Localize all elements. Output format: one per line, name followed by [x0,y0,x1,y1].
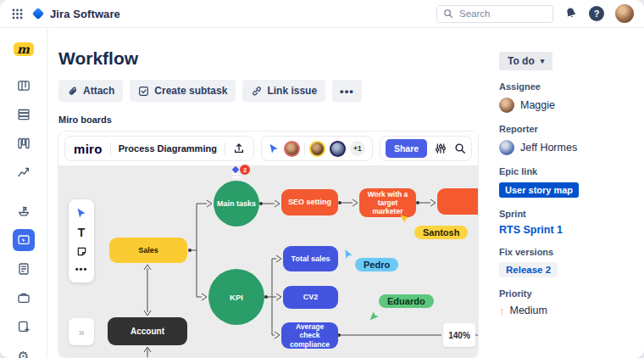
collaborators-group: +1 [261,136,373,161]
add-page-icon[interactable] [13,316,35,338]
help-icon[interactable]: ? [589,6,604,21]
chevron-down-icon: ▾ [541,57,545,65]
sprint-value[interactable]: RTS Sprint 1 [499,224,644,236]
assignee-avatar [499,98,514,113]
board-actions-group: Share [380,136,472,161]
pages-icon[interactable] [13,258,35,280]
link-issue-button[interactable]: Link issue [242,80,325,102]
project-case-icon[interactable] [13,287,35,309]
topbar: Jira Software ? [0,0,644,28]
text-tool[interactable]: T [78,227,86,238]
collaborator-avatar[interactable] [309,141,325,157]
attach-button[interactable]: Attach [58,80,123,102]
canvas-toolbar: T ••• [69,199,94,282]
assignee-value: Maggie [520,99,555,111]
reporter-value: Jeff Hormes [520,142,577,154]
measure-label: 140% [443,323,475,347]
page-title: Workflow [58,48,495,69]
status-dropdown[interactable]: To do ▾ [499,52,552,70]
node-seo-setting[interactable]: SEO setting [281,189,338,215]
sliders-icon[interactable] [435,143,447,154]
reports-icon[interactable] [13,161,35,183]
pedro-cursor-icon [343,249,354,260]
divider [304,143,305,155]
sticky-note-icon[interactable] [76,246,87,257]
divider [110,143,111,155]
collaborator-avatar[interactable] [284,141,300,157]
create-subtask-button[interactable]: Create subtask [130,80,236,102]
search-input[interactable] [458,8,547,20]
priority-label: Priority [499,288,644,299]
node-main-tasks[interactable]: Main tasks [214,181,259,227]
node-sales[interactable]: Sales [109,238,187,263]
link-icon [251,86,262,97]
search-box[interactable] [436,5,553,23]
toolbar-more[interactable]: ••• [75,265,88,274]
main-content: Workflow Attach Create subtask Link issu… [48,28,495,358]
share-button[interactable]: Share [386,139,427,158]
more-actions-button[interactable]: ••• [332,80,362,102]
assignee-label: Assignee [499,81,644,92]
pedro-cursor-label: Pedro [355,258,398,271]
columns-icon[interactable] [13,132,35,154]
board-search-icon[interactable] [454,143,466,154]
reporter-row[interactable]: Jeff Hormes [499,140,644,155]
miro-app-logo[interactable]: m [14,42,34,56]
backlog-icon[interactable] [13,103,35,126]
subtask-check-icon [138,86,149,97]
create-subtask-label: Create subtask [154,85,227,97]
miro-boards-section-label: Miro boards [58,115,495,125]
priority-row: ↑ Medium [499,305,644,316]
priority-value: Medium [510,305,547,316]
status-label: To do [508,55,535,67]
miro-board-header: miro Process Diagramming + [58,131,478,165]
santosh-cursor-icon [400,213,411,224]
fix-version-badge[interactable]: Release 2 [499,262,558,277]
pointer-cursor-icon [269,143,280,154]
reporter-avatar [499,140,514,155]
releases-ship-icon[interactable] [13,200,35,222]
app-title: Jira Software [50,8,120,20]
comment-count: 2 [240,165,250,175]
node-total-sales[interactable]: Total sales [283,246,338,271]
node-cv2[interactable]: CV2 [283,286,338,309]
search-icon [443,8,453,19]
miro-canvas[interactable]: T ••• » Sales Account Main tasks 2 KPI S… [58,165,478,357]
fix-versions-label: Fix versions [499,247,644,257]
node-kpi[interactable]: KPI [208,269,264,325]
collaborator-avatar[interactable] [330,141,346,157]
link-issue-label: Link issue [267,85,317,97]
jira-window: Jira Software ? m [0,0,644,358]
miro-title-group: miro Process Diagramming [64,136,254,161]
select-cursor-icon[interactable] [76,208,87,219]
priority-medium-icon: ↑ [499,305,505,316]
gear-icon[interactable]: ⚙ [13,344,35,358]
miro-board-embed: miro Process Diagramming + [58,131,478,357]
node-account[interactable]: Account [108,317,187,345]
sidebar-nav-bottom: ⚙ [13,193,35,358]
issue-toolbar: Attach Create subtask Link issue ••• [58,80,495,102]
node-orange-offscreen[interactable] [437,188,478,215]
jira-logo [32,8,44,20]
epic-link-badge[interactable]: User story map [499,182,579,198]
santosh-cursor-label: Santosh [414,226,468,239]
collaborator-overflow-badge[interactable]: +1 [350,141,365,156]
sidebar-nav-top [13,56,35,183]
sidebar-item-miro-active[interactable] [13,229,35,251]
paperclip-icon [67,86,78,97]
assignee-row[interactable]: Maggie [499,98,644,113]
app-switcher-icon[interactable] [12,8,23,20]
eduardo-cursor-icon [369,310,380,321]
node-avg-check[interactable]: Average check compliance [281,322,338,349]
issue-detail-panel: To do ▾ Assignee Maggie Reporter Jeff Ho… [495,28,644,358]
notifications-bell-icon[interactable] [564,7,578,20]
divider [225,143,225,155]
eduardo-cursor-label: Eduardo [379,294,434,308]
kanban-board-icon[interactable] [13,75,35,97]
export-icon[interactable] [233,143,245,154]
sidebar: m [0,28,47,358]
user-avatar[interactable] [615,4,634,23]
collapse-toolbar-button[interactable]: » [69,318,94,345]
epic-link-label: Epic link [499,166,644,176]
board-title: Process Diagramming [119,143,217,154]
